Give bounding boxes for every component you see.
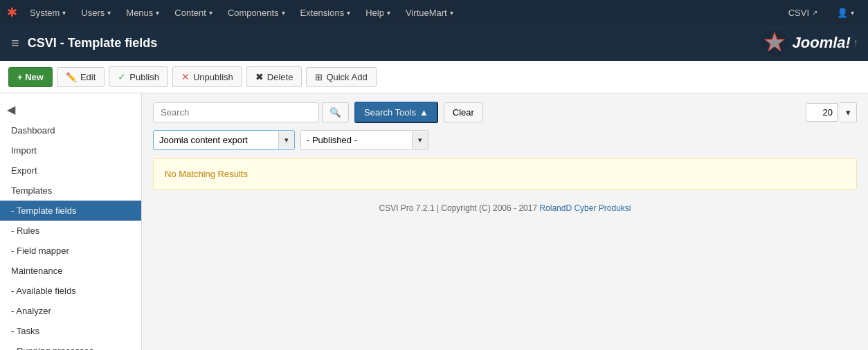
nav-items: ✱ System ▾ Users ▾ Menus ▾ Content ▾ Com…	[7, 5, 777, 21]
chevron-down-icon: ▾	[107, 9, 111, 17]
title-area: ≡ CSVI - Template fields	[11, 35, 157, 51]
edit-icon: ✏️	[66, 72, 77, 82]
publish-button[interactable]: ✓ Publish	[109, 66, 168, 87]
template-select-arrow[interactable]: ▾	[278, 131, 294, 149]
published-select-arrow[interactable]: ▾	[412, 131, 428, 149]
template-select[interactable]: Joomla content export	[154, 131, 278, 149]
search-tools-button[interactable]: Search Tools ▲	[354, 102, 438, 123]
page-title: CSVI - Template fields	[28, 36, 158, 50]
search-submit-button[interactable]: 🔍	[322, 102, 349, 122]
per-page-input[interactable]: 20	[806, 103, 838, 122]
sidebar-item-analyzer[interactable]: - Analyzer	[0, 301, 141, 321]
chevron-down-icon: ▾	[387, 9, 390, 17]
sidebar-item-maintenance[interactable]: Maintenance	[0, 261, 141, 281]
sidebar-item-export[interactable]: Export	[0, 160, 141, 181]
clear-button[interactable]: Clear	[444, 102, 483, 122]
sidebar-item-field-mapper[interactable]: - Field mapper	[0, 241, 141, 261]
nav-system[interactable]: System ▾	[23, 5, 73, 21]
no-results-message: No Matching Results	[153, 158, 857, 190]
content-footer: CSVI Pro 7.2.1 | Copyright (C) 2006 - 20…	[153, 203, 857, 213]
search-input[interactable]	[153, 102, 319, 122]
sidebar-item-template-fields[interactable]: - Template fields	[0, 201, 141, 221]
sidebar-item-tasks[interactable]: - Tasks	[0, 321, 141, 341]
sidebar-item-templates[interactable]: Templates	[0, 181, 141, 201]
x-icon: ✖	[255, 71, 264, 82]
chevron-up-icon: ▲	[419, 107, 428, 118]
nav-virtuemart[interactable]: VirtueMart ▾	[399, 5, 460, 21]
main-container: ◀ Dashboard Import Export Templates - Te…	[0, 93, 868, 350]
search-icon: 🔍	[329, 107, 341, 118]
joomla-logo: Joomla! !	[761, 29, 857, 57]
sidebar-item-running-processes[interactable]: - Running processes	[0, 341, 141, 350]
top-navbar: ✱ System ▾ Users ▾ Menus ▾ Content ▾ Com…	[0, 0, 868, 25]
nav-content[interactable]: Content ▾	[168, 5, 219, 21]
sidebar-item-dashboard[interactable]: Dashboard	[0, 120, 141, 140]
template-filter[interactable]: Joomla content export ▾	[153, 130, 295, 150]
user-menu[interactable]: 👤 ▾	[830, 5, 861, 21]
filter-row: Joomla content export ▾ - Published - Pu…	[153, 130, 857, 150]
hamburger-menu[interactable]: ≡	[11, 35, 19, 51]
nav-menus[interactable]: Menus ▾	[119, 5, 166, 21]
chevron-down-icon: ▾	[851, 9, 854, 17]
toolbar: + New ✏️ Edit ✓ Publish ✕ Unpublish ✖ De…	[0, 61, 868, 93]
csvi-link[interactable]: CSVI ↗	[781, 5, 824, 21]
x-circle-icon: ✕	[181, 71, 190, 82]
sidebar-item-rules[interactable]: - Rules	[0, 221, 141, 241]
joomla-icon	[761, 29, 788, 57]
sidebar-item-import[interactable]: Import	[0, 140, 141, 160]
external-link-icon: ↗	[812, 9, 817, 17]
chevron-down-icon: ▾	[209, 9, 213, 17]
footer-link[interactable]: RolandD Cyber Produksi	[539, 203, 631, 213]
chevron-down-icon: ▾	[347, 9, 350, 17]
nav-extensions[interactable]: Extensions ▾	[293, 5, 358, 21]
chevron-down-icon: ▾	[846, 107, 851, 118]
chevron-down-icon: ▾	[62, 9, 66, 17]
chevron-down-icon: ▾	[282, 9, 285, 17]
trademark-icon: !	[855, 39, 857, 47]
grid-icon: ⊞	[315, 72, 323, 82]
nav-components[interactable]: Components ▾	[221, 5, 292, 21]
published-select[interactable]: - Published - Published Unpublished	[301, 131, 412, 149]
delete-button[interactable]: ✖ Delete	[246, 66, 302, 87]
nav-help[interactable]: Help ▾	[359, 5, 397, 21]
chevron-down-icon: ▾	[156, 9, 159, 17]
user-icon: 👤	[837, 8, 848, 18]
new-button[interactable]: + New	[8, 67, 53, 87]
header-bar: ≡ CSVI - Template fields Joomla! !	[0, 25, 868, 61]
unpublish-button[interactable]: ✕ Unpublish	[172, 66, 242, 87]
chevron-down-icon: ▾	[450, 9, 453, 17]
sidebar: ◀ Dashboard Import Export Templates - Te…	[0, 93, 142, 350]
published-filter[interactable]: - Published - Published Unpublished ▾	[300, 130, 428, 150]
sidebar-toggle[interactable]: ◀	[0, 99, 141, 120]
per-page-control: 20 ▾	[806, 102, 857, 122]
search-row: 🔍 Search Tools ▲ Clear 20 ▾	[153, 102, 857, 123]
nav-right: CSVI ↗ 👤 ▾	[781, 5, 861, 21]
joomla-logo-text: Joomla!	[793, 34, 851, 52]
content-area: 🔍 Search Tools ▲ Clear 20 ▾ Joomla conte…	[142, 93, 868, 350]
sidebar-item-available-fields[interactable]: - Available fields	[0, 281, 141, 301]
joomla-icon-nav: ✱	[7, 5, 17, 20]
per-page-dropdown[interactable]: ▾	[840, 102, 857, 122]
quick-add-button[interactable]: ⊞ Quick Add	[306, 67, 376, 87]
nav-users[interactable]: Users ▾	[74, 5, 118, 21]
check-icon: ✓	[118, 71, 126, 82]
edit-button[interactable]: ✏️ Edit	[57, 67, 105, 87]
